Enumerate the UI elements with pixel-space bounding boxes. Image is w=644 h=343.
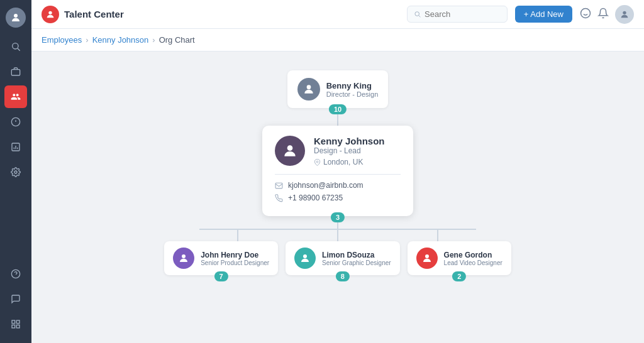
app-logo: Talent Center — [42, 6, 124, 23]
child-2-info: Gene Gordon Lead Video Designer — [444, 251, 502, 266]
child-card-1[interactable]: Limon DSouza Senior Graphic Designer 8 — [286, 241, 400, 275]
breadcrumb: Employees › Kenny Johnson › Org Chart — [31, 29, 644, 52]
svg-point-27 — [303, 254, 307, 258]
svg-rect-3 — [11, 70, 19, 75]
svg-point-15 — [48, 11, 52, 14]
main-card-info: Kenny Johnson Design - Lead London, UK — [314, 136, 385, 166]
search-bar[interactable] — [407, 6, 508, 23]
sidebar-icon-grid[interactable] — [4, 313, 27, 335]
sidebar-icon-settings[interactable] — [4, 161, 27, 183]
search-icon — [414, 10, 421, 18]
top-card-badge: 10 — [329, 104, 347, 114]
child-0-badge: 7 — [214, 271, 228, 281]
main-card-location: London, UK — [314, 158, 385, 166]
child-1-avatar — [294, 248, 316, 269]
top-card-wrapper: Benny King Director - Design 10 — [287, 70, 389, 108]
main-card[interactable]: Kenny Johnson Design - Lead London, UK k… — [262, 126, 413, 216]
top-card-avatar — [297, 78, 320, 101]
top-card-role: Director - Design — [326, 90, 379, 98]
svg-rect-11 — [12, 320, 15, 324]
breadcrumb-employees[interactable]: Employees — [42, 35, 82, 45]
svg-point-23 — [287, 145, 293, 151]
svg-rect-14 — [16, 325, 19, 328]
add-new-button[interactable]: + Add New — [515, 6, 572, 23]
notification-icon[interactable] — [597, 8, 609, 21]
child-card-2[interactable]: Gene Gordon Lead Video Designer 2 — [408, 241, 511, 275]
svg-point-21 — [623, 11, 626, 14]
email-icon — [275, 182, 283, 190]
main-card-name: Kenny Johnson — [314, 136, 385, 146]
child-0-info: John Henry Doe Senior Product Designer — [201, 251, 269, 266]
org-tree: Benny King Director - Design 10 K — [44, 70, 631, 275]
child-2-avatar — [416, 248, 438, 269]
phone-icon — [275, 194, 283, 202]
children-row: John Henry Doe Senior Product Designer 7… — [164, 241, 511, 275]
child-1-badge: 8 — [336, 271, 350, 281]
child-stem-1 — [237, 230, 238, 241]
svg-point-24 — [316, 161, 318, 163]
sidebar-icon-chart[interactable] — [4, 136, 27, 158]
child-1-info: Limon DSouza Senior Graphic Designer — [322, 251, 391, 266]
svg-line-17 — [419, 16, 421, 18]
app-title: Talent Center — [64, 9, 124, 19]
svg-rect-12 — [16, 320, 19, 324]
main-card-wrapper: Kenny Johnson Design - Lead London, UK k… — [262, 126, 413, 216]
child-stem-2 — [337, 230, 338, 241]
sidebar-icon-search[interactable] — [4, 35, 27, 58]
main-card-role: Design - Lead — [314, 146, 385, 155]
top-card-name: Benny King — [326, 81, 379, 90]
child-2-badge: 2 — [452, 271, 466, 281]
main-card-badge: 3 — [331, 212, 345, 222]
top-card-info: Benny King Director - Design — [326, 81, 379, 98]
logo-icon — [42, 6, 59, 23]
horizontal-bar — [199, 229, 476, 230]
sidebar-icon-help[interactable] — [4, 263, 27, 285]
sidebar-icon-briefcase[interactable] — [4, 60, 27, 83]
breadcrumb-kenny[interactable]: Kenny Johnson — [92, 35, 149, 45]
breadcrumb-current: Org Chart — [159, 35, 195, 45]
child-1-role: Senior Graphic Designer — [322, 259, 391, 266]
sidebar — [0, 0, 31, 343]
breadcrumb-sep-2: › — [152, 35, 155, 45]
location-icon — [314, 159, 321, 166]
smiley-icon[interactable] — [580, 8, 591, 21]
header-icons — [580, 5, 634, 24]
user-avatar[interactable] — [6, 8, 26, 28]
main-card-email: kjohnson@airbnb.com — [288, 181, 364, 190]
main-content: Talent Center + Add New Employees › Kenn… — [31, 0, 644, 343]
child-1-name: Limon DSouza — [322, 251, 391, 259]
child-0-name: John Henry Doe — [201, 251, 269, 259]
child-card-0[interactable]: John Henry Doe Senior Product Designer 7 — [164, 241, 278, 275]
org-chart-area: Benny King Director - Design 10 K — [31, 52, 644, 343]
breadcrumb-sep-1: › — [86, 35, 88, 45]
svg-point-28 — [425, 254, 429, 258]
main-card-phone: +1 98900 67235 — [288, 193, 343, 202]
top-card[interactable]: Benny King Director - Design 10 — [287, 70, 389, 108]
svg-point-8 — [14, 171, 17, 173]
user-profile-avatar[interactable] — [615, 5, 634, 24]
svg-rect-13 — [12, 325, 15, 328]
child-stems — [199, 230, 476, 241]
main-card-avatar — [275, 136, 305, 166]
search-input[interactable] — [425, 9, 501, 19]
main-card-header: Kenny Johnson Design - Lead London, UK — [275, 136, 401, 166]
svg-point-0 — [14, 14, 18, 18]
svg-rect-25 — [275, 183, 282, 188]
main-card-location-text: London, UK — [323, 158, 363, 166]
child-2-name: Gene Gordon — [444, 251, 502, 259]
sidebar-icon-alert[interactable] — [4, 111, 27, 133]
h-line — [199, 229, 476, 230]
sidebar-icon-chat[interactable] — [4, 288, 27, 310]
svg-point-22 — [306, 85, 311, 89]
svg-point-1 — [13, 43, 18, 49]
main-card-email-row: kjohnson@airbnb.com — [275, 181, 401, 190]
child-0-avatar — [173, 248, 194, 269]
header: Talent Center + Add New — [31, 0, 644, 29]
child-stem-3 — [437, 230, 438, 241]
svg-line-2 — [18, 48, 20, 51]
main-card-divider — [275, 174, 401, 175]
main-card-phone-row: +1 98900 67235 — [275, 193, 401, 202]
sidebar-icon-people[interactable] — [4, 85, 27, 108]
child-0-role: Senior Product Designer — [201, 259, 269, 266]
svg-point-26 — [182, 254, 186, 258]
